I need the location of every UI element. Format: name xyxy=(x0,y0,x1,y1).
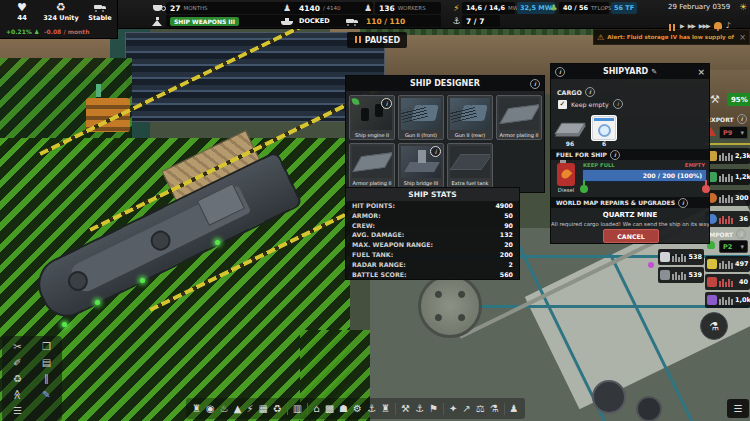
excavator-icon[interactable]: ⚒ xyxy=(401,402,410,415)
panel-title: SHIP STATS xyxy=(408,190,456,199)
population-pill[interactable]: 4140/ 4140 xyxy=(295,2,373,14)
info-icon[interactable] xyxy=(585,87,595,97)
keep-empty-checkbox[interactable] xyxy=(558,100,567,109)
pause-flow-tool-icon[interactable]: ∥ xyxy=(33,372,60,385)
cut-selection-tool-icon[interactable]: ✂ xyxy=(4,340,31,353)
resource-history-bars xyxy=(672,252,686,262)
repairs-section-header: WORLD MAP REPAIRS & UPGRADES xyxy=(551,197,709,208)
research-icon[interactable]: ✦ xyxy=(449,402,457,415)
blueprint-tool-icon[interactable]: ✎ xyxy=(33,388,60,401)
logistics-value: Stable xyxy=(82,14,118,22)
module-armor-plating[interactable]: Armor plating II xyxy=(496,95,542,140)
resource-row[interactable]: 538 xyxy=(658,249,704,265)
vehicle-depot-icon[interactable]: ▥ xyxy=(293,402,302,415)
import-row[interactable]: 40 xyxy=(705,274,750,290)
machines-icon[interactable]: ⚙ xyxy=(353,402,362,415)
import-row[interactable]: 1,0k xyxy=(705,292,750,308)
pause-button[interactable] xyxy=(668,16,676,35)
module-ship-engine[interactable]: Ship engine II xyxy=(349,95,395,140)
fastest-forward-button[interactable]: ▶▶▶ xyxy=(699,22,710,29)
edit-name-icon[interactable]: ✎ xyxy=(651,68,657,76)
info-icon[interactable] xyxy=(737,114,747,124)
power-icon[interactable]: ⚡ xyxy=(246,402,253,415)
chemistry-icon[interactable]: ⚗ xyxy=(490,402,499,415)
quartz-mine-map-icon[interactable]: ⚗ xyxy=(700,312,728,340)
notifications-bell-icon[interactable] xyxy=(714,22,722,29)
computing-pill[interactable]: 40 / 56TFLOPS xyxy=(559,2,609,14)
pipette-tool-icon[interactable]: ✐ xyxy=(4,356,31,369)
flags-icon[interactable]: ⚑ xyxy=(429,402,438,415)
waste-icon[interactable]: ♻ xyxy=(273,402,282,415)
play-button[interactable]: ▶ xyxy=(680,22,684,29)
stat-row: ARMOR:50 xyxy=(346,211,519,221)
cargo-slot-plates[interactable] xyxy=(556,116,584,140)
warehouse-icon[interactable]: ☗ xyxy=(339,402,348,415)
module-armor-plating[interactable]: Armor plating II xyxy=(349,143,395,188)
info-icon[interactable] xyxy=(610,150,620,160)
info-icon[interactable] xyxy=(381,98,392,109)
colony-status-block[interactable]: ♥ 44 ♻ 324 Unity Stable +0.21% ♟ -0.08 /… xyxy=(0,0,118,39)
export-row[interactable]: 300 xyxy=(705,190,750,206)
stats-icon[interactable]: ↗ xyxy=(462,402,470,415)
maintenance-badge[interactable]: 95% xyxy=(727,93,750,106)
export-row[interactable]: 2,3k xyxy=(705,148,750,164)
housing-icon[interactable]: ⌂ xyxy=(313,402,319,415)
vents-icon[interactable]: ♨ xyxy=(220,402,229,415)
module-grid: Ship engine II Gun II (front) Gun II (re… xyxy=(349,95,542,188)
cancel-button[interactable]: CANCEL xyxy=(603,229,659,243)
raise-terrain-tool-icon[interactable]: ≪ xyxy=(11,381,24,408)
computing-capacity-badge[interactable]: 56 TF xyxy=(611,2,637,14)
module-ship-bridge[interactable]: Ship bridge III xyxy=(398,143,444,188)
stamp-tool-icon[interactable]: ▤ xyxy=(33,356,60,369)
mine-tower-icon[interactable]: ♜ xyxy=(192,402,201,415)
module-gun-front[interactable]: Gun II (front) xyxy=(398,95,444,140)
vehicles-pill[interactable]: 110 / 110 xyxy=(362,15,441,27)
dumping-icon[interactable]: ▲ xyxy=(234,402,242,415)
export-row[interactable]: 36 xyxy=(705,211,750,227)
close-icon[interactable]: × xyxy=(697,67,705,77)
fluid-dump-icon[interactable]: ◉ xyxy=(206,402,215,415)
storage-icon[interactable]: ▦ xyxy=(258,402,267,415)
toolbar-separator xyxy=(395,403,396,415)
export-row[interactable]: 1,2k xyxy=(705,169,750,185)
population-icon[interactable]: ♟ xyxy=(510,402,519,415)
unity-stat[interactable]: ♻ 324 Unity xyxy=(40,2,82,22)
stat-value: 4900 xyxy=(495,201,513,211)
toolbar-separator xyxy=(287,403,288,415)
menu-button[interactable]: ☰ xyxy=(727,399,749,418)
fuel-min-handle[interactable] xyxy=(580,185,588,193)
health-stat[interactable]: ♥ 44 xyxy=(4,2,40,22)
info-icon[interactable] xyxy=(555,67,565,77)
export-priority-select[interactable]: P9▾ xyxy=(719,126,748,139)
stat-label: BATTLE SCORE: xyxy=(352,270,407,280)
module-gun-rear[interactable]: Gun II (rear) xyxy=(447,95,493,140)
boat-icon[interactable]: ⚓ xyxy=(415,402,424,415)
info-icon[interactable] xyxy=(678,198,688,208)
power-pill[interactable]: 14,6 / 14,6MW xyxy=(462,2,515,14)
module-extra-fuel-tank[interactable]: Extra fuel tank xyxy=(447,143,493,188)
shipyard-panel: SHIPYARD ✎ × CARGO Keep empty 96 6 FUEL … xyxy=(550,63,710,244)
alert-close-icon[interactable]: × xyxy=(739,33,746,42)
trade-icon[interactable]: ⚖ xyxy=(476,402,485,415)
import-row[interactable]: 497 xyxy=(705,256,750,272)
info-icon[interactable] xyxy=(736,229,746,239)
monument-icon[interactable]: ♜ xyxy=(381,402,390,415)
logistics-stat[interactable]: Stable xyxy=(82,2,118,22)
import-priority-select[interactable]: P2▾ xyxy=(719,240,748,253)
info-icon[interactable] xyxy=(430,146,441,157)
shipyard-icon[interactable]: ⚓ xyxy=(367,402,376,415)
cargo-slot-count: 96 xyxy=(556,140,584,147)
cargo-slot-appliance[interactable] xyxy=(591,115,617,141)
fuel-max-handle[interactable] xyxy=(702,185,710,193)
info-icon[interactable] xyxy=(613,99,623,109)
info-icon[interactable] xyxy=(530,79,540,89)
resource-row[interactable]: 539 xyxy=(658,267,704,283)
export-label: EXPORT xyxy=(707,114,747,124)
workers-pill[interactable]: 136WORKERS xyxy=(375,2,441,14)
fuel-level-bar[interactable]: 200 / 200 (100%) xyxy=(582,169,707,182)
fast-forward-button[interactable]: ▶▶ xyxy=(688,22,695,29)
boats-pill[interactable]: 7 / 7 xyxy=(462,15,500,27)
factory-icon[interactable]: ▩ xyxy=(325,402,334,415)
copy-tool-icon[interactable]: ❐ xyxy=(33,340,60,353)
sound-icon[interactable]: ♪ xyxy=(726,21,731,30)
